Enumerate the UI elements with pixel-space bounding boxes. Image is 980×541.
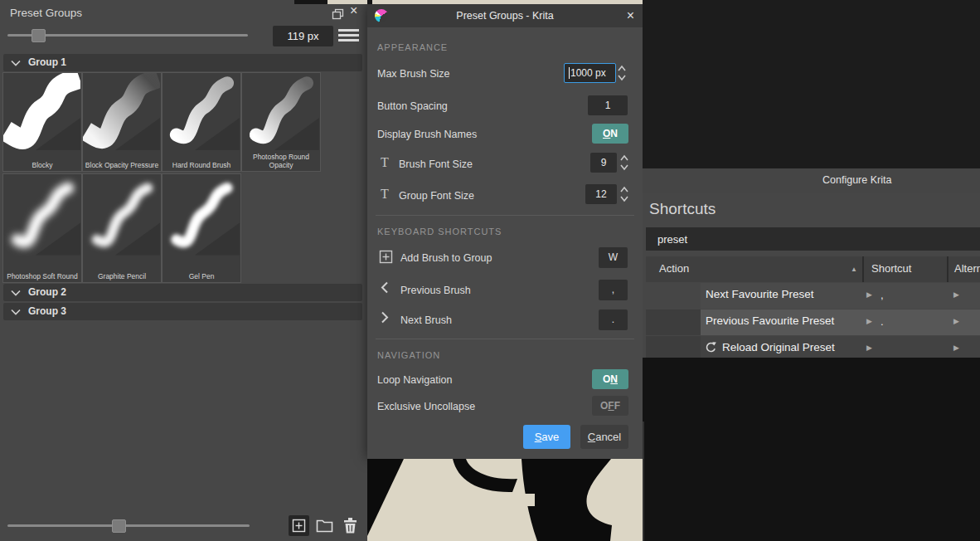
preset-blocky[interactable]: Blocky <box>2 72 82 172</box>
preset-photoshop-soft-round[interactable]: Photoshop Soft Round <box>2 173 82 283</box>
column-divider <box>947 256 948 282</box>
brush-size-slider-handle[interactable] <box>32 29 46 42</box>
open-group-button[interactable] <box>314 515 335 536</box>
shortcuts-page-title: Shortcuts <box>649 200 716 218</box>
preset-photoshop-round-opacity[interactable]: Photoshop Round Opacity <box>241 72 321 172</box>
configure-krita-titlebar[interactable]: Configure Krita <box>643 168 980 193</box>
max-brush-size-label: Max Brush Size <box>377 68 450 80</box>
add-brush-to-group-label: Add Brush to Group <box>400 252 492 264</box>
brush-thumbnail <box>242 73 319 150</box>
button-spacing-input[interactable]: 1 <box>588 95 628 115</box>
brush-font-size-label: Brush Font Size <box>399 158 473 170</box>
loop-navigation-label: Loop Navigation <box>377 374 452 386</box>
add-group-button[interactable] <box>289 515 309 536</box>
brush-thumbnail <box>3 73 80 150</box>
appearance-section-label: APPEARANCE <box>377 42 448 52</box>
divider <box>376 215 634 216</box>
expander-icon[interactable]: ▶ <box>953 317 959 325</box>
next-brush-label: Next Brush <box>400 314 452 326</box>
canvas-sliver-dark <box>294 0 327 4</box>
docker-menu-icon[interactable] <box>338 29 359 44</box>
spin-arrows-icon[interactable] <box>619 154 630 172</box>
close-dialog-icon[interactable]: × <box>627 9 634 22</box>
button-spacing-label: Button Spacing <box>377 100 448 112</box>
brush-font-size-input[interactable]: 9 <box>590 153 617 173</box>
add-brush-shortcut-button[interactable]: W <box>599 247 628 268</box>
group-1-header[interactable]: Group 1 <box>3 54 362 71</box>
save-button[interactable]: Save <box>523 425 570 449</box>
trash-icon <box>340 515 361 536</box>
krita-workspace-background <box>643 0 980 168</box>
display-brush-names-toggle[interactable]: ON <box>592 124 628 144</box>
brush-thumbnail <box>3 174 80 259</box>
group-2-label: Group 2 <box>28 286 66 298</box>
shortcut-value: . <box>881 315 884 328</box>
row-indent <box>646 283 701 309</box>
expander-icon[interactable]: ▶ <box>953 344 959 352</box>
window-edge <box>643 422 644 541</box>
expander-icon[interactable]: ▶ <box>866 290 872 299</box>
column-alternate[interactable]: Alternate <box>954 262 980 275</box>
preset-groups-settings-dialog: Preset Groups - Krita × APPEARANCE Max B… <box>367 4 643 459</box>
group-3-header[interactable]: Group 3 <box>3 303 362 320</box>
dialog-titlebar[interactable]: Preset Groups - Krita × <box>367 4 643 27</box>
previous-brush-label: Previous Brush <box>400 285 471 296</box>
folder-icon <box>314 515 335 536</box>
column-shortcut[interactable]: Shortcut <box>871 262 911 275</box>
chevron-down-icon <box>11 60 21 66</box>
row-indent <box>646 336 701 358</box>
shortcut-search-input[interactable] <box>646 227 980 251</box>
divider <box>376 339 634 339</box>
sort-ascending-icon: ▲ <box>851 266 857 273</box>
spin-arrows-icon[interactable] <box>616 64 628 82</box>
docker-title: Preset Groups <box>10 7 82 19</box>
preset-hard-round-brush[interactable]: Hard Round Brush <box>162 72 241 172</box>
preset-gel-pen[interactable]: Gel Pen <box>162 173 241 283</box>
table-row[interactable]: Reload Original Preset ▶ ▶ <box>646 336 980 358</box>
group-font-size-label: Group Font Size <box>399 190 474 202</box>
preset-block-opacity-pressure[interactable]: Block Opacity Pressure <box>82 72 162 172</box>
cancel-button[interactable]: Cancel <box>580 425 628 449</box>
expander-icon[interactable]: ▶ <box>866 317 872 325</box>
chevron-right-icon <box>379 310 391 324</box>
max-brush-size-input[interactable]: 1000 px <box>564 63 616 83</box>
bottom-size-slider[interactable] <box>7 524 250 527</box>
column-action[interactable]: Action <box>659 262 689 275</box>
bottom-size-slider-handle[interactable] <box>112 519 126 533</box>
next-brush-shortcut-button[interactable]: . <box>599 309 628 330</box>
loop-navigation-toggle[interactable]: ON <box>592 369 628 389</box>
table-row[interactable]: Next Favourite Preset ▶ , ▶ <box>646 283 980 309</box>
krita-screen: Preset Groups × 119 px Group 1 Blocky <box>0 0 980 541</box>
preset-graphite-pencil[interactable]: Graphite Pencil <box>82 173 162 283</box>
spin-arrows-icon[interactable] <box>619 185 630 203</box>
display-brush-names-label: Display Brush Names <box>377 129 477 140</box>
row-indent <box>646 309 701 335</box>
preset-groups-docker: Preset Groups × 119 px Group 1 Blocky <box>0 0 367 541</box>
previous-brush-shortcut-button[interactable]: , <box>599 280 628 300</box>
configure-krita-window: Configure Krita Shortcuts Action ▲ Short… <box>643 0 980 541</box>
shortcut-value: , <box>881 289 884 301</box>
column-divider <box>862 256 864 282</box>
close-docker-icon[interactable]: × <box>350 4 357 17</box>
brush-thumbnail <box>163 73 240 150</box>
font-icon: T <box>381 155 389 170</box>
group-2-header[interactable]: Group 2 <box>3 284 362 301</box>
group-font-size-input[interactable]: 12 <box>585 184 617 204</box>
window-lower-area <box>643 358 980 541</box>
plus-square-icon <box>289 515 309 536</box>
canvas-sliver-cream <box>327 0 367 4</box>
expander-icon[interactable]: ▶ <box>953 290 959 299</box>
canvas-sliver-cream <box>372 0 643 4</box>
group-3-label: Group 3 <box>28 305 66 317</box>
float-docker-icon[interactable] <box>332 8 344 20</box>
brush-size-value[interactable]: 119 px <box>273 26 333 46</box>
table-row-selected[interactable]: Previous Favourite Preset ▶ . ▶ <box>646 309 980 335</box>
group-1-label: Group 1 <box>28 56 66 68</box>
delete-group-button[interactable] <box>340 515 361 536</box>
configure-krita-title: Configure Krita <box>822 174 891 186</box>
expander-icon[interactable]: ▶ <box>866 344 872 352</box>
dialog-title: Preset Groups - Krita <box>367 10 643 22</box>
exclusive-uncollapse-toggle[interactable]: OFF <box>592 396 628 416</box>
brush-thumbnail <box>83 73 160 150</box>
keyboard-shortcuts-section-label: KEYBOARD SHORTCUTS <box>377 227 502 236</box>
